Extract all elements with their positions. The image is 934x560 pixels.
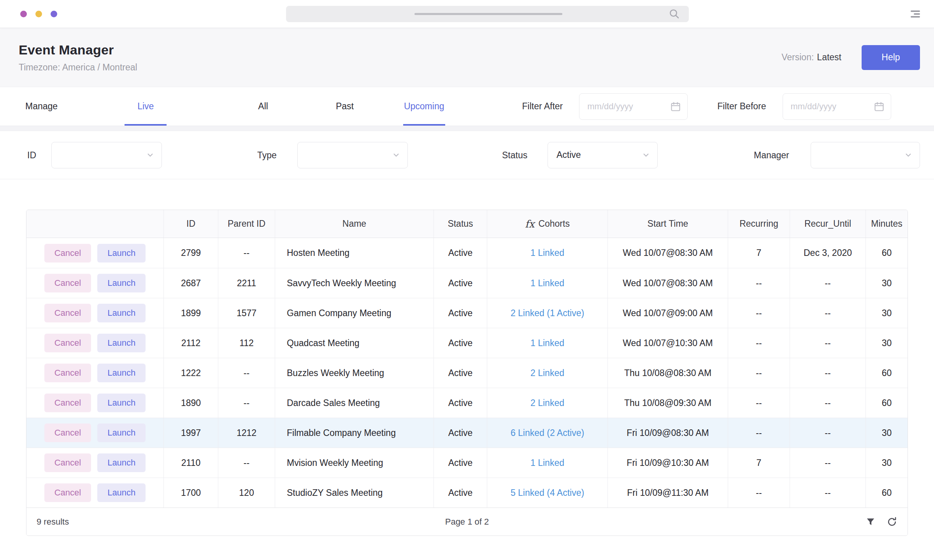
launch-button[interactable]: Launch xyxy=(97,364,146,382)
cohorts-link[interactable]: 1 Linked xyxy=(487,238,607,268)
cohorts-link[interactable]: 5 Linked (4 Active) xyxy=(487,478,607,508)
cohorts-link[interactable]: 1 Linked xyxy=(487,328,607,358)
row-actions: Cancel Launch xyxy=(26,298,163,328)
filter-icon[interactable] xyxy=(866,517,876,527)
window-control-dot-2[interactable] xyxy=(35,10,42,17)
status-filter-label: Status xyxy=(502,150,527,160)
cancel-button[interactable]: Cancel xyxy=(44,483,91,502)
cancel-button[interactable]: Cancel xyxy=(44,394,91,412)
filter-bar: ID Type Status Active Manager xyxy=(0,131,934,179)
header-actions: Version:Latest Help xyxy=(781,45,920,70)
table-row: Cancel Launch 2799 -- Hosten Meeting Act… xyxy=(26,238,908,268)
cancel-button[interactable]: Cancel xyxy=(44,364,91,382)
address-bar[interactable] xyxy=(286,6,689,22)
filter-after-input[interactable] xyxy=(579,93,688,120)
table-row: Cancel Launch 1899 1577 Gamen Company Me… xyxy=(26,298,908,328)
cell-id: 1997 xyxy=(163,418,218,448)
chevron-down-icon xyxy=(147,153,153,157)
cell-status: Active xyxy=(434,298,487,328)
cell-parent-id: 1212 xyxy=(218,418,275,448)
results-count: 9 results xyxy=(37,517,69,527)
tab-manage[interactable]: Manage xyxy=(25,87,58,126)
launch-button[interactable]: Launch xyxy=(97,334,146,352)
cell-minutes: 30 xyxy=(866,268,908,298)
manager-filter-label: Manager xyxy=(754,150,789,160)
cohorts-link[interactable]: 2 Linked (1 Active) xyxy=(487,298,607,328)
manager-filter-select[interactable] xyxy=(811,142,920,168)
tab-past[interactable]: Past xyxy=(336,87,354,126)
launch-button[interactable]: Launch xyxy=(97,453,146,472)
cell-status: Active xyxy=(434,388,487,418)
cell-status: Active xyxy=(434,418,487,448)
tab-all[interactable]: All xyxy=(258,87,268,126)
filter-after-date-field[interactable] xyxy=(579,102,670,112)
window-control-dot-3[interactable] xyxy=(51,10,57,17)
cell-recur-until: -- xyxy=(790,388,866,418)
cancel-button[interactable]: Cancel xyxy=(44,274,91,292)
cohorts-link[interactable]: 1 Linked xyxy=(487,448,607,478)
cell-start-time: Wed 10/07@08:30 AM xyxy=(607,238,728,268)
cell-status: Active xyxy=(434,328,487,358)
calendar-icon[interactable] xyxy=(874,101,885,112)
launch-button[interactable]: Launch xyxy=(97,394,146,412)
help-button[interactable]: Help xyxy=(862,45,920,70)
cell-name: Buzzles Weekly Meeting xyxy=(275,358,434,388)
filter-before-date-field[interactable] xyxy=(783,102,874,112)
column-header-parent-id: Parent ID xyxy=(218,210,275,238)
launch-button[interactable]: Launch xyxy=(97,244,146,262)
fx-icon: fx xyxy=(525,218,534,230)
table-header-row: IDParent IDNameStatusfxCohortsStart Time… xyxy=(26,210,908,238)
filter-before-input[interactable] xyxy=(783,93,891,120)
cell-minutes: 60 xyxy=(866,388,908,418)
cohorts-link[interactable]: 1 Linked xyxy=(487,268,607,298)
row-actions: Cancel Launch xyxy=(26,418,163,448)
refresh-icon[interactable] xyxy=(887,516,897,527)
id-filter-select[interactable] xyxy=(51,142,162,168)
cell-recurring: -- xyxy=(728,478,790,508)
cancel-button[interactable]: Cancel xyxy=(44,304,91,322)
table-row: Cancel Launch 1222 -- Buzzles Weekly Mee… xyxy=(26,358,908,388)
menu-icon[interactable] xyxy=(908,9,921,19)
cell-name: Darcade Sales Meeting xyxy=(275,388,434,418)
cell-id: 1890 xyxy=(163,388,218,418)
cell-minutes: 60 xyxy=(866,478,908,508)
tab-live[interactable]: Live xyxy=(137,87,154,126)
cell-minutes: 60 xyxy=(866,238,908,268)
launch-button[interactable]: Launch xyxy=(97,274,146,292)
chevron-down-icon xyxy=(393,153,399,157)
cancel-button[interactable]: Cancel xyxy=(44,424,91,442)
page-title: Event Manager xyxy=(19,42,137,58)
row-actions: Cancel Launch xyxy=(26,328,163,358)
calendar-icon[interactable] xyxy=(670,101,681,112)
cell-recur-until: -- xyxy=(790,268,866,298)
cohorts-link[interactable]: 2 Linked xyxy=(487,358,607,388)
tab-upcoming[interactable]: Upcoming xyxy=(404,87,444,126)
cohorts-link[interactable]: 2 Linked xyxy=(487,388,607,418)
cell-parent-id: -- xyxy=(218,358,275,388)
cell-status: Active xyxy=(434,448,487,478)
cell-recur-until: -- xyxy=(790,418,866,448)
cell-parent-id: 120 xyxy=(218,478,275,508)
cell-recur-until: -- xyxy=(790,478,866,508)
cell-status: Active xyxy=(434,478,487,508)
launch-button[interactable]: Launch xyxy=(97,304,146,322)
tabs-bar: Manage Live All Past Upcoming Filter Aft… xyxy=(0,87,934,126)
cell-id: 1222 xyxy=(163,358,218,388)
cell-start-time: Fri 10/09@08:30 AM xyxy=(607,418,728,448)
row-actions: Cancel Launch xyxy=(26,448,163,478)
cell-status: Active xyxy=(434,268,487,298)
window-control-dot-1[interactable] xyxy=(20,10,27,17)
cancel-button[interactable]: Cancel xyxy=(44,334,91,352)
search-icon xyxy=(669,8,680,20)
cell-name: Filmable Company Meeting xyxy=(275,418,434,448)
cancel-button[interactable]: Cancel xyxy=(44,453,91,472)
status-filter-select[interactable]: Active xyxy=(548,142,658,168)
type-filter-select[interactable] xyxy=(297,142,408,168)
launch-button[interactable]: Launch xyxy=(97,424,146,442)
cancel-button[interactable]: Cancel xyxy=(44,244,91,262)
cell-id: 2110 xyxy=(163,448,218,478)
table-footer: 9 results Page 1 of 2 xyxy=(26,508,908,536)
cohorts-link[interactable]: 6 Linked (2 Active) xyxy=(487,418,607,448)
launch-button[interactable]: Launch xyxy=(97,483,146,502)
cell-start-time: Fri 10/09@11:30 AM xyxy=(607,478,728,508)
